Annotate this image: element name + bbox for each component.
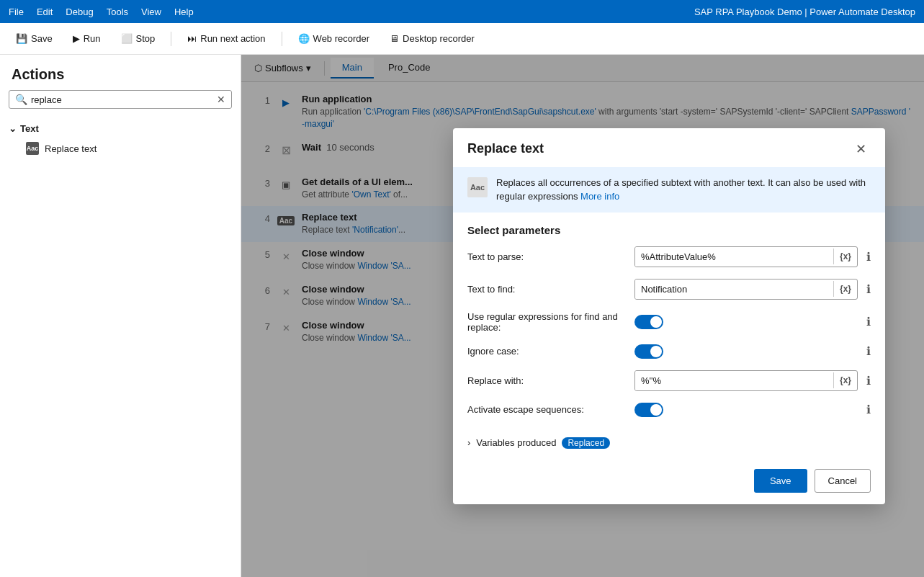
run-button[interactable]: ▶ Run	[66, 30, 108, 48]
run-icon: ▶	[73, 33, 80, 44]
variables-chevron-icon: ›	[467, 437, 470, 448]
use-regex-toggle-wrap	[634, 315, 858, 329]
replace-with-input-wrap[interactable]: {x}	[634, 370, 858, 391]
desktop-recorder-icon: 🖥	[390, 33, 399, 44]
ignore-case-label: Ignore case:	[467, 346, 626, 357]
replace-text-dialog: Replace text ✕ Aac Replaces all occurren…	[453, 128, 885, 504]
dialog-body: Text to parse: {x} ℹ Text to find: {x} ℹ	[453, 246, 885, 417]
text-to-find-input[interactable]	[635, 279, 833, 299]
text-to-parse-info-icon[interactable]: ℹ	[866, 250, 871, 264]
use-regex-toggle[interactable]	[634, 315, 663, 329]
param-row-escape: Activate escape sequences: ℹ	[467, 403, 871, 417]
sidebar-item-replace-text[interactable]: Aac Replace text	[9, 138, 232, 158]
text-to-parse-input-wrap[interactable]: {x}	[634, 246, 858, 267]
param-row-ignore-case: Ignore case: ℹ	[467, 344, 871, 359]
section-label: Text	[20, 123, 39, 134]
use-regex-slider	[634, 315, 663, 329]
search-box[interactable]: 🔍 ✕	[9, 90, 232, 109]
escape-toggle-wrap	[634, 403, 858, 417]
ignore-case-toggle[interactable]	[634, 344, 663, 359]
text-to-parse-label: Text to parse:	[467, 251, 626, 262]
dialog-info-action-icon: Aac	[467, 177, 488, 197]
title-bar: File Edit Debug Tools View Help SAP RPA …	[0, 0, 924, 23]
param-row-text-to-parse: Text to parse: {x} ℹ	[467, 246, 871, 267]
stop-button[interactable]: ⬜ Stop	[114, 30, 163, 48]
text-to-find-input-wrap[interactable]: {x}	[634, 279, 858, 300]
variables-label: Variables produced	[476, 437, 556, 448]
text-to-find-label: Text to find:	[467, 284, 626, 295]
content-area: ⬡ Subflows ▾ Main Pro_Code 1 ▶ Run appli…	[241, 55, 924, 577]
param-row-text-to-find: Text to find: {x} ℹ	[467, 279, 871, 300]
dialog-title: Replace text	[467, 141, 544, 156]
stop-label: Stop	[136, 33, 156, 44]
dialog-info-bar: Aac Replaces all occurrences of a specif…	[453, 167, 885, 213]
replace-text-icon: Aac	[26, 142, 39, 155]
text-to-find-variable-btn[interactable]: {x}	[833, 281, 857, 297]
save-button[interactable]: 💾 Save	[9, 30, 60, 48]
text-to-find-info-icon[interactable]: ℹ	[866, 282, 871, 296]
more-info-link[interactable]: More info	[580, 191, 619, 202]
ignore-case-info-icon[interactable]: ℹ	[866, 344, 871, 358]
replace-with-label: Replace with:	[467, 375, 626, 386]
save-label: Save	[31, 33, 53, 44]
use-regex-label: Use regular expressions for find and rep…	[467, 311, 626, 333]
toolbar-separator-2	[282, 32, 282, 46]
web-recorder-icon: 🌐	[298, 33, 310, 44]
sidebar-section-text: ⌄ Text Aac Replace text	[0, 116, 241, 161]
menu-bar[interactable]: File Edit Debug Tools View Help	[9, 6, 194, 17]
desktop-recorder-button[interactable]: 🖥 Desktop recorder	[382, 30, 482, 48]
save-icon: 💾	[16, 33, 27, 44]
ignore-case-slider	[634, 344, 663, 359]
web-recorder-label: Web recorder	[313, 33, 370, 44]
text-to-parse-input[interactable]	[635, 247, 833, 267]
ignore-case-toggle-wrap	[634, 344, 858, 359]
run-next-label: Run next action	[200, 33, 265, 44]
replace-with-variable-btn[interactable]: {x}	[833, 372, 857, 388]
param-row-replace-with: Replace with: {x} ℹ	[467, 370, 871, 391]
web-recorder-button[interactable]: 🌐 Web recorder	[291, 30, 377, 48]
escape-info-icon[interactable]: ℹ	[866, 403, 871, 416]
desktop-recorder-label: Desktop recorder	[403, 33, 475, 44]
search-input[interactable]	[31, 94, 217, 105]
escape-toggle[interactable]	[634, 403, 663, 417]
variables-section: › Variables produced Replaced	[453, 429, 885, 457]
replace-with-input[interactable]	[635, 371, 833, 390]
app-title: SAP RPA Playbook Demo | Power Automate D…	[694, 6, 915, 17]
sidebar-section-header[interactable]: ⌄ Text	[9, 119, 232, 138]
run-next-icon: ⏭	[187, 33, 197, 44]
sidebar-item-label: Replace text	[45, 143, 97, 154]
text-to-parse-variable-btn[interactable]: {x}	[833, 249, 857, 264]
variables-badge: Replaced	[562, 437, 610, 449]
replace-with-info-icon[interactable]: ℹ	[866, 374, 871, 388]
dialog-header: Replace text ✕	[453, 128, 885, 167]
toolbar: 💾 Save ▶ Run ⬜ Stop ⏭ Run next action 🌐 …	[0, 23, 924, 55]
toolbar-separator-1	[171, 32, 171, 46]
run-next-button[interactable]: ⏭ Run next action	[180, 30, 272, 48]
use-regex-info-icon[interactable]: ℹ	[866, 315, 871, 328]
dialog-save-button[interactable]: Save	[754, 469, 807, 493]
dialog-info-text: Replaces all occurrences of a specified …	[496, 176, 871, 204]
menu-help[interactable]: Help	[174, 6, 194, 17]
escape-slider	[634, 403, 663, 417]
clear-search-icon[interactable]: ✕	[217, 94, 225, 105]
dialog-cancel-button[interactable]: Cancel	[815, 469, 871, 493]
search-icon: 🔍	[15, 94, 27, 105]
menu-debug[interactable]: Debug	[66, 6, 93, 17]
menu-edit[interactable]: Edit	[37, 6, 53, 17]
menu-tools[interactable]: Tools	[107, 6, 128, 17]
stop-icon: ⬜	[121, 33, 133, 44]
menu-view[interactable]: View	[141, 6, 161, 17]
sidebar: Actions 🔍 ✕ ⌄ Text Aac Replace text	[0, 55, 241, 577]
dialog-close-button[interactable]: ✕	[851, 140, 871, 158]
run-label: Run	[84, 33, 101, 44]
sidebar-title: Actions	[0, 55, 241, 90]
menu-file[interactable]: File	[9, 6, 24, 17]
dialog-params-title: Select parameters	[453, 224, 885, 246]
param-row-use-regex: Use regular expressions for find and rep…	[467, 311, 871, 333]
escape-label: Activate escape sequences:	[467, 404, 626, 415]
chevron-down-icon: ⌄	[9, 123, 17, 134]
main-layout: Actions 🔍 ✕ ⌄ Text Aac Replace text ⬡ Su…	[0, 55, 924, 577]
variables-header[interactable]: › Variables produced Replaced	[467, 437, 871, 449]
dialog-footer: Save Cancel	[453, 457, 885, 504]
